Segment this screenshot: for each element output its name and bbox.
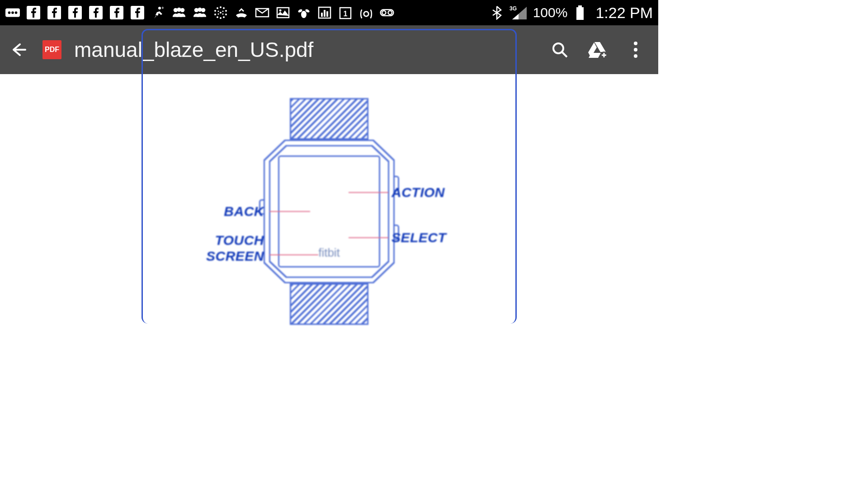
svg-point-20 xyxy=(225,10,227,12)
svg-point-35 xyxy=(279,9,282,12)
bar-chart-icon xyxy=(317,5,332,20)
svg-point-27 xyxy=(217,7,218,9)
svg-point-36 xyxy=(301,11,307,18)
battery-icon xyxy=(573,5,587,20)
image-icon xyxy=(276,5,290,20)
label-action: ACTION xyxy=(392,185,445,200)
leader-line-icon xyxy=(349,237,388,238)
label-touch-line2: SCREEN xyxy=(206,249,264,263)
svg-point-18 xyxy=(220,6,222,8)
svg-point-19 xyxy=(223,7,225,9)
facebook-icon xyxy=(130,5,145,20)
facebook-icon xyxy=(47,5,61,20)
app-bar-actions xyxy=(550,40,646,60)
group-icon xyxy=(193,5,207,20)
svg-point-31 xyxy=(218,14,219,15)
svg-point-53 xyxy=(634,48,637,52)
svg-text:+: + xyxy=(161,6,164,10)
network-type-label: 3G xyxy=(509,5,517,12)
svg-point-14 xyxy=(180,8,184,12)
svg-rect-42 xyxy=(326,11,328,17)
leader-line-icon xyxy=(349,192,388,193)
voicemail-icon xyxy=(380,5,394,20)
svg-text:1: 1 xyxy=(344,10,348,18)
label-touch-line1: TOUCH xyxy=(215,233,264,248)
svg-rect-48 xyxy=(578,5,582,7)
svg-point-23 xyxy=(220,17,222,19)
svg-rect-34 xyxy=(277,8,289,18)
svg-rect-49 xyxy=(576,7,584,20)
facebook-icon xyxy=(89,5,103,20)
watch-diagram: fitbit BACK TOUCH SCREEN ACTION SELECT xyxy=(143,75,515,369)
svg-point-21 xyxy=(225,14,227,15)
signal-icon: 3G xyxy=(509,5,528,20)
leader-line-icon xyxy=(269,254,318,255)
svg-rect-40 xyxy=(321,13,323,17)
bluetooth-icon xyxy=(490,5,504,20)
back-button[interactable] xyxy=(8,39,30,61)
more-notifications-icon xyxy=(5,5,20,20)
svg-point-52 xyxy=(634,42,637,45)
svg-point-54 xyxy=(634,54,637,58)
svg-point-32 xyxy=(222,14,224,15)
label-back: BACK xyxy=(224,204,264,219)
svg-point-30 xyxy=(222,11,224,12)
broadcast-icon xyxy=(359,5,373,20)
missed-call-icon xyxy=(234,5,249,20)
svg-point-1 xyxy=(8,11,11,14)
calendar-one-icon: 1 xyxy=(338,5,353,20)
leader-line-icon xyxy=(269,211,310,212)
circular-dots-icon xyxy=(213,5,228,20)
svg-point-26 xyxy=(214,10,216,12)
svg-point-22 xyxy=(223,16,225,18)
watch-strap-top-icon xyxy=(290,98,368,140)
label-touch-screen: TOUCH SCREEN xyxy=(206,233,264,264)
clock-label: 1:22 PM xyxy=(595,4,653,22)
svg-point-25 xyxy=(214,14,216,15)
group-icon xyxy=(172,5,186,20)
watch-brand-label: fitbit xyxy=(279,246,379,260)
bee-icon xyxy=(297,5,311,20)
android-status-bar: + 1 3G 100% 1:22 PM xyxy=(0,0,658,25)
battery-percent-label: 100% xyxy=(533,5,568,20)
svg-point-50 xyxy=(553,43,563,53)
email-icon xyxy=(255,5,269,20)
svg-point-24 xyxy=(217,16,218,18)
pdf-badge-icon: PDF xyxy=(42,40,61,59)
running-person-icon: + xyxy=(151,5,165,20)
status-left-icons: + 1 xyxy=(5,5,483,20)
facebook-icon xyxy=(109,5,124,20)
document-viewport[interactable]: fitbit BACK TOUCH SCREEN ACTION SELECT xyxy=(0,74,658,369)
svg-rect-41 xyxy=(324,10,326,17)
label-select: SELECT xyxy=(392,230,446,245)
svg-point-2 xyxy=(11,11,14,14)
facebook-icon xyxy=(68,5,82,20)
pdf-page: fitbit BACK TOUCH SCREEN ACTION SELECT xyxy=(142,29,517,324)
status-right-icons: 3G 100% 1:22 PM xyxy=(490,4,653,22)
svg-point-17 xyxy=(201,8,205,12)
search-button[interactable] xyxy=(550,40,570,60)
svg-point-47 xyxy=(388,11,392,14)
overflow-menu-button[interactable] xyxy=(626,40,646,60)
svg-point-28 xyxy=(220,12,222,14)
drive-add-button[interactable] xyxy=(588,40,608,60)
svg-point-3 xyxy=(15,11,18,14)
svg-point-29 xyxy=(218,11,219,12)
svg-point-46 xyxy=(382,11,386,14)
watch-strap-bottom-icon xyxy=(290,283,368,325)
svg-point-10 xyxy=(158,7,161,9)
facebook-icon xyxy=(26,5,41,20)
